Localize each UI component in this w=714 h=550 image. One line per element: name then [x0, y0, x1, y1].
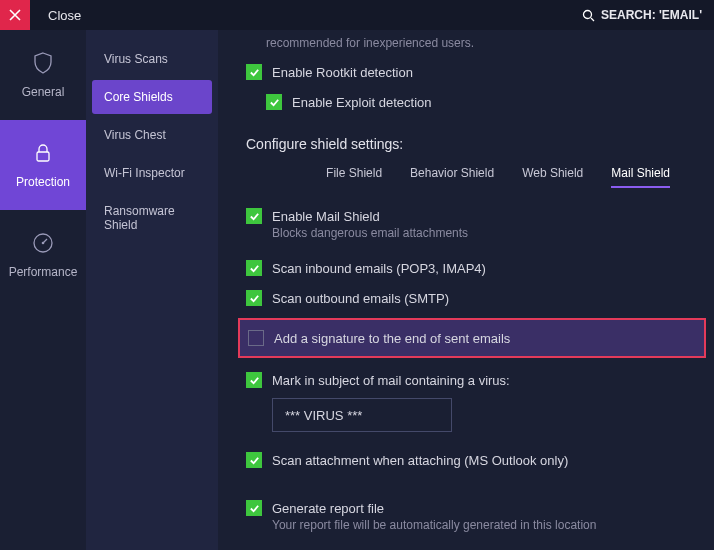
checkbox-rootkit[interactable] — [246, 64, 262, 80]
label-report: Generate report file — [272, 501, 384, 516]
tab-web-shield[interactable]: Web Shield — [522, 166, 583, 188]
close-icon — [9, 9, 21, 21]
row-mark-subject: Mark in subject of mail containing a vir… — [246, 372, 690, 388]
subnav-virus-scans[interactable]: Virus Scans — [92, 42, 212, 76]
subnav: Virus Scans Core Shields Virus Chest Wi-… — [86, 30, 218, 550]
checkbox-mark-subject[interactable] — [246, 372, 262, 388]
content: recommended for inexperienced users. Ena… — [218, 30, 714, 550]
checkbox-inbound[interactable] — [246, 260, 262, 276]
titlebar: Close SEARCH: 'EMAIL' — [0, 0, 714, 30]
tab-behavior-shield[interactable]: Behavior Shield — [410, 166, 494, 188]
lock-icon — [31, 141, 55, 165]
rail-label: General — [22, 85, 65, 99]
search-area[interactable]: SEARCH: 'EMAIL' — [582, 0, 702, 30]
subnav-core-shields[interactable]: Core Shields — [92, 80, 212, 114]
subnav-ransomware-shield[interactable]: Ransomware Shield — [92, 194, 212, 242]
row-rootkit: Enable Rootkit detection — [246, 64, 690, 80]
gauge-icon — [31, 231, 55, 255]
checkbox-exploit[interactable] — [266, 94, 282, 110]
label-exploit: Enable Exploit detection — [292, 95, 431, 110]
row-inbound: Scan inbound emails (POP3, IMAP4) — [246, 260, 690, 276]
row-attachment: Scan attachment when attaching (MS Outlo… — [246, 452, 690, 468]
enable-mail-desc: Blocks dangerous email attachments — [272, 226, 690, 240]
close-button[interactable] — [0, 0, 30, 30]
left-rail: General Protection Performance — [0, 30, 86, 550]
report-desc: Your report file will be automatically g… — [272, 518, 690, 532]
search-icon — [582, 9, 595, 22]
main: General Protection Performance Virus Sca… — [0, 30, 714, 550]
checkbox-enable-mail[interactable] — [246, 208, 262, 224]
rail-label: Protection — [16, 175, 70, 189]
row-exploit: Enable Exploit detection — [266, 94, 690, 110]
virus-subject-input[interactable] — [272, 398, 452, 432]
svg-rect-1 — [37, 152, 49, 161]
checkbox-attachment[interactable] — [246, 452, 262, 468]
label-signature: Add a signature to the end of sent email… — [274, 331, 510, 346]
rail-performance[interactable]: Performance — [0, 210, 86, 300]
rail-general[interactable]: General — [0, 30, 86, 120]
top-hint: recommended for inexperienced users. — [266, 36, 690, 50]
shield-icon — [31, 51, 55, 75]
checkbox-signature[interactable] — [248, 330, 264, 346]
label-rootkit: Enable Rootkit detection — [272, 65, 413, 80]
checkbox-report[interactable] — [246, 500, 262, 516]
tab-file-shield[interactable]: File Shield — [326, 166, 382, 188]
subnav-virus-chest[interactable]: Virus Chest — [92, 118, 212, 152]
label-attachment: Scan attachment when attaching (MS Outlo… — [272, 453, 568, 468]
close-label[interactable]: Close — [48, 8, 81, 23]
rail-protection[interactable]: Protection — [0, 120, 86, 210]
shield-tabs: File Shield Behavior Shield Web Shield M… — [246, 166, 690, 188]
configure-title: Configure shield settings: — [246, 136, 690, 152]
row-enable-mail: Enable Mail Shield — [246, 208, 690, 224]
label-outbound: Scan outbound emails (SMTP) — [272, 291, 449, 306]
row-report: Generate report file — [246, 500, 690, 516]
row-signature-highlight: Add a signature to the end of sent email… — [238, 318, 706, 358]
search-text: SEARCH: 'EMAIL' — [601, 8, 702, 22]
row-outbound: Scan outbound emails (SMTP) — [246, 290, 690, 306]
rail-label: Performance — [9, 265, 78, 279]
label-mark-subject: Mark in subject of mail containing a vir… — [272, 373, 510, 388]
svg-point-3 — [42, 242, 45, 245]
checkbox-outbound[interactable] — [246, 290, 262, 306]
tab-mail-shield[interactable]: Mail Shield — [611, 166, 670, 188]
label-inbound: Scan inbound emails (POP3, IMAP4) — [272, 261, 486, 276]
subnav-wifi-inspector[interactable]: Wi-Fi Inspector — [92, 156, 212, 190]
svg-point-0 — [583, 10, 591, 18]
label-enable-mail: Enable Mail Shield — [272, 209, 380, 224]
